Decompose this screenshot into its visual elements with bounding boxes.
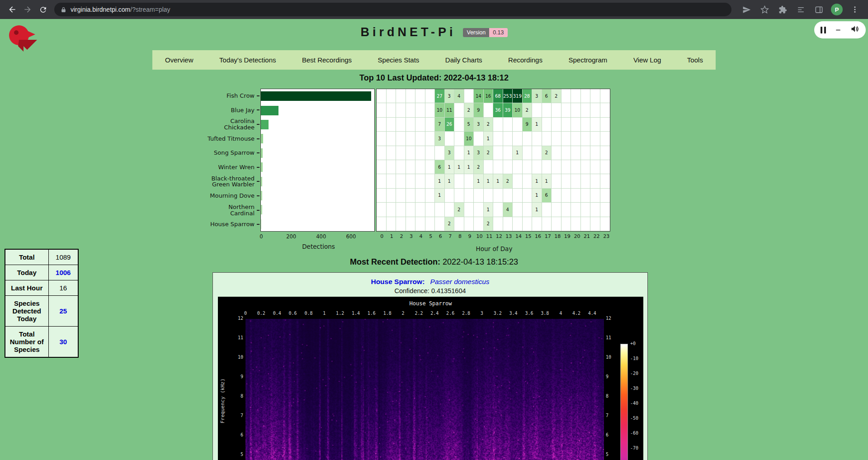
heatmap-cell: [513, 174, 523, 188]
heatmap-cell: [571, 174, 581, 188]
heatmap-cell: [425, 89, 435, 103]
heatmap-cell: 6: [542, 189, 552, 203]
nav-item-spectrogram[interactable]: Spectrogram: [568, 56, 607, 64]
heatmap-cell: [445, 203, 455, 217]
heatmap-cell: [396, 189, 406, 203]
heatmap-cell: [523, 146, 533, 160]
heatmap-cell: [561, 189, 571, 203]
extensions-icon[interactable]: [775, 2, 790, 17]
heatmap-cell: [532, 103, 542, 117]
nav-item-best-recordings[interactable]: Best Recordings: [302, 56, 352, 64]
heatmap-cell: [581, 89, 591, 103]
heatmap-cell: [561, 118, 571, 132]
heatmap-cell: [387, 89, 396, 103]
spec-ytick: 11: [606, 335, 617, 340]
nav-item-today-s-detections[interactable]: Today's Detections: [219, 56, 276, 64]
address-bar[interactable]: virginia.birdnetpi.com/?stream=play: [54, 3, 731, 16]
nav-item-recordings[interactable]: Recordings: [508, 56, 542, 64]
spec-xtick: 4.4: [588, 311, 596, 316]
url-path: /?stream=play: [130, 6, 170, 13]
page-title: BirdNET-Pi: [360, 25, 456, 39]
heatmap-cell: [552, 189, 561, 203]
heatmap-cell: [415, 89, 425, 103]
hour-label: 11: [484, 233, 494, 239]
heatmap-cell: [561, 217, 571, 231]
scientific-name-link[interactable]: Passer domesticus: [430, 278, 490, 285]
heatmap-cell: [532, 146, 542, 160]
species-label: Winter Wren: [218, 164, 255, 171]
hour-label: 17: [543, 233, 553, 239]
spectrogram-title: House Sparrow: [218, 300, 643, 307]
media-controls-icon[interactable]: [793, 2, 808, 17]
heatmap-cell: [415, 118, 425, 132]
nav-item-overview[interactable]: Overview: [165, 56, 193, 64]
heatmap-cell: [532, 217, 542, 231]
nav-item-daily-charts[interactable]: Daily Charts: [445, 56, 482, 64]
heatmap-cell: [590, 89, 600, 103]
heatmap-cell: [581, 174, 591, 188]
lock-icon: [61, 7, 66, 13]
heatmap-cell: [523, 160, 533, 174]
heatmap-cell: [571, 103, 581, 117]
forward-button[interactable]: [20, 2, 35, 17]
spec-xtick: 2: [402, 311, 405, 316]
stat-value-link[interactable]: 25: [48, 296, 78, 327]
colorbar: [620, 344, 628, 460]
heatmap-cell: [552, 160, 561, 174]
nav-item-view-log[interactable]: View Log: [633, 56, 661, 64]
heatmap-cell: [425, 118, 435, 132]
heatmap-cell: [425, 132, 435, 146]
heatmap-cell: [581, 103, 591, 117]
heatmap-cell: [387, 118, 396, 132]
stat-value-link[interactable]: 30: [48, 327, 78, 358]
heatmap-cell: 2: [542, 146, 552, 160]
heatmap-cell: [600, 160, 610, 174]
heatmap-cell: [513, 203, 523, 217]
profile-avatar[interactable]: P: [829, 2, 844, 17]
heatmap-cell: 9: [474, 103, 484, 117]
heatmap-cell: 2: [523, 103, 533, 117]
side-panel-icon[interactable]: [811, 2, 826, 17]
heatmap-cell: [561, 203, 571, 217]
detection-bar: [261, 177, 262, 186]
audio-player[interactable]: [814, 21, 866, 38]
heatmap-cell: 1: [484, 132, 494, 146]
heatmap-cell: [493, 160, 503, 174]
heatmap-cell: 4: [503, 203, 513, 217]
heatmap-cell: [503, 217, 513, 231]
heatmap-cell: [464, 217, 474, 231]
heatmap-cell: [425, 160, 435, 174]
detected-species-link[interactable]: House Sparrow:: [371, 278, 425, 285]
heatmap-cell: [561, 132, 571, 146]
heatmap-cell: [561, 103, 571, 117]
volume-button[interactable]: [850, 24, 859, 35]
send-icon[interactable]: [739, 2, 754, 17]
hour-axis-title: Hour of Day: [377, 245, 611, 252]
heatmap-cell: [542, 103, 552, 117]
heatmap-cell: [415, 132, 425, 146]
nav-item-tools[interactable]: Tools: [687, 56, 703, 64]
species-label: Black-throated Green Warbler: [211, 175, 255, 188]
spec-xtick: 0.4: [273, 311, 281, 316]
reload-button[interactable]: [35, 2, 51, 17]
nav-item-species-stats[interactable]: Species Stats: [378, 56, 420, 64]
stat-value-link[interactable]: 1006: [48, 265, 78, 280]
heatmap-cell: [552, 132, 561, 146]
spec-ylabel: Frequency (kHz): [220, 356, 226, 446]
heatmap-cell: 7: [435, 118, 445, 132]
bookmark-star-icon[interactable]: [757, 2, 772, 17]
axis-tick-label: 600: [346, 233, 356, 240]
heatmap-cell: 1: [532, 203, 542, 217]
heatmap-cell: [454, 174, 464, 188]
heatmap-cell: [435, 203, 445, 217]
species-label: Tufted Titmouse: [208, 136, 255, 142]
detection-bar: [261, 120, 269, 129]
back-button[interactable]: [5, 2, 20, 17]
heatmap-cell: [406, 160, 416, 174]
browser-menu-icon[interactable]: [847, 2, 863, 17]
hour-label: 14: [514, 233, 524, 239]
pause-button[interactable]: [821, 27, 826, 33]
stat-label: Last Hour: [5, 280, 48, 296]
heatmap-cell: 1: [532, 118, 542, 132]
spec-xtick: 0.6: [289, 311, 297, 316]
